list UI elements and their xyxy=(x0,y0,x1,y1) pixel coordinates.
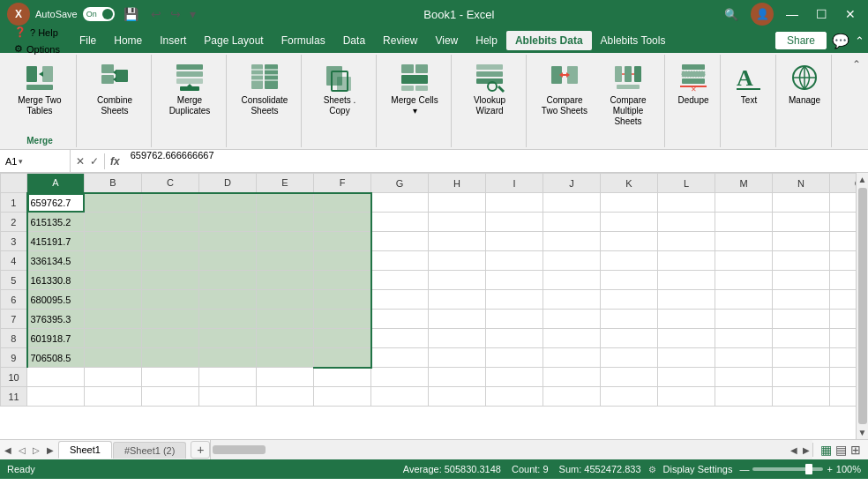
cell-1-14[interactable] xyxy=(830,193,857,213)
menu-item-review[interactable]: Review xyxy=(374,31,426,50)
cell-3-3[interactable] xyxy=(199,232,257,251)
help-button[interactable]: ❓ ? Help xyxy=(11,25,64,40)
cell-4-1[interactable] xyxy=(85,251,142,271)
cell-11-7[interactable] xyxy=(429,387,486,407)
cell-8-4[interactable] xyxy=(257,329,314,348)
cell-7-9[interactable] xyxy=(543,310,601,329)
cell-2-3[interactable] xyxy=(199,213,257,232)
comment-icon[interactable]: 💬 xyxy=(832,33,849,49)
cell-11-14[interactable] xyxy=(830,387,857,407)
row-header-1[interactable]: 1 xyxy=(1,193,27,213)
cell-2-10[interactable] xyxy=(601,213,658,232)
search-button[interactable]: 🔍 xyxy=(719,6,744,23)
tab-first-button[interactable]: ◁ xyxy=(16,444,28,456)
cell-10-10[interactable] xyxy=(601,368,658,387)
col-header-m[interactable]: M xyxy=(715,174,773,193)
cell-7-4[interactable] xyxy=(257,310,314,329)
add-sheet-button[interactable]: + xyxy=(191,441,210,459)
cell-3-12[interactable] xyxy=(715,232,773,251)
cell-1-2[interactable] xyxy=(142,193,199,213)
cell-9-7[interactable] xyxy=(429,348,486,368)
cell-9-3[interactable] xyxy=(199,348,257,368)
cell-1-7[interactable] xyxy=(429,193,486,213)
combine-sheets-button[interactable]: Combine Sheets xyxy=(84,58,146,120)
compare-multiple-sheets-button[interactable]: Compare Multiple Sheets xyxy=(597,58,659,131)
menu-item-ablebits-tools[interactable]: Ablebits Tools xyxy=(592,31,675,50)
menu-item-data[interactable]: Data xyxy=(334,31,374,50)
cell-2-11[interactable] xyxy=(658,213,715,232)
cell-8-8[interactable] xyxy=(486,329,543,348)
cell-7-6[interactable] xyxy=(371,310,429,329)
sheet-tab-sheet1[interactable]: Sheet1 xyxy=(58,441,112,459)
cell-3-6[interactable] xyxy=(371,232,429,251)
cell-2-4[interactable] xyxy=(257,213,314,232)
row-header-11[interactable]: 11 xyxy=(1,387,27,407)
cell-11-1[interactable] xyxy=(85,387,142,407)
cell-9-11[interactable] xyxy=(658,348,715,368)
cell-1-8[interactable] xyxy=(486,193,543,213)
cell-9-4[interactable] xyxy=(257,348,314,368)
cell-4-8[interactable] xyxy=(486,251,543,271)
cell-11-4[interactable] xyxy=(257,387,314,407)
scroll-down-button[interactable]: ▼ xyxy=(857,426,868,439)
cell-7-12[interactable] xyxy=(715,310,773,329)
menu-item-insert[interactable]: Insert xyxy=(151,31,195,50)
vlookup-wizard-button[interactable]: Vlookup Wizard xyxy=(459,58,520,120)
cell-6-13[interactable] xyxy=(773,290,830,310)
cell-6-12[interactable] xyxy=(715,290,773,310)
ribbon-collapse-button[interactable]: ⌃ xyxy=(855,34,864,48)
cell-7-7[interactable] xyxy=(429,310,486,329)
cell-4-14[interactable] xyxy=(830,251,857,271)
cell-5-1[interactable] xyxy=(85,271,142,290)
cell-5-3[interactable] xyxy=(199,271,257,290)
user-avatar[interactable]: 👤 xyxy=(751,3,774,26)
sheets-copy-button[interactable]: Sheets . Copy xyxy=(309,58,370,120)
cell-10-5[interactable] xyxy=(314,368,371,387)
cancel-formula-button[interactable]: ✕ xyxy=(76,155,85,168)
cell-8-9[interactable] xyxy=(543,329,601,348)
save-button[interactable]: 💾 xyxy=(120,5,142,23)
cell-10-9[interactable] xyxy=(543,368,601,387)
cell-5-4[interactable] xyxy=(257,271,314,290)
row-header-7[interactable]: 7 xyxy=(1,310,27,329)
cell-10-13[interactable] xyxy=(773,368,830,387)
cell-8-0[interactable]: 601918.7 xyxy=(27,329,85,348)
scroll-left-button[interactable]: ◀ xyxy=(788,445,800,455)
cell-10-11[interactable] xyxy=(658,368,715,387)
cell-11-9[interactable] xyxy=(543,387,601,407)
tab-next-button[interactable]: ▷ xyxy=(30,444,42,456)
col-header-j[interactable]: J xyxy=(543,174,601,193)
cell-1-1[interactable] xyxy=(85,193,142,213)
cell-2-14[interactable] xyxy=(830,213,857,232)
cell-11-6[interactable] xyxy=(371,387,429,407)
confirm-formula-button[interactable]: ✓ xyxy=(90,155,99,168)
menu-item-page-layout[interactable]: Page Layout xyxy=(195,31,272,50)
cell-5-12[interactable] xyxy=(715,271,773,290)
consolidate-sheets-button[interactable]: Consolidate Sheets xyxy=(234,58,296,120)
col-header-a[interactable]: A xyxy=(27,174,85,193)
cell-4-3[interactable] xyxy=(199,251,257,271)
tab-last-button[interactable]: ▶ xyxy=(44,444,56,456)
cell-4-12[interactable] xyxy=(715,251,773,271)
cell-6-7[interactable] xyxy=(429,290,486,310)
normal-view-button[interactable]: ▦ xyxy=(820,443,832,457)
col-header-h[interactable]: H xyxy=(429,174,486,193)
cell-3-4[interactable] xyxy=(257,232,314,251)
merge-cells-button[interactable]: Merge Cells ▾ xyxy=(384,58,445,120)
text-button[interactable]: A Text xyxy=(728,58,770,109)
col-header-c[interactable]: C xyxy=(142,174,199,193)
cell-6-6[interactable] xyxy=(371,290,429,310)
cell-4-11[interactable] xyxy=(658,251,715,271)
cell-9-9[interactable] xyxy=(543,348,601,368)
cell-7-1[interactable] xyxy=(85,310,142,329)
cell-10-1[interactable] xyxy=(85,368,142,387)
manage-button[interactable]: Manage xyxy=(783,58,826,109)
tab-prev-button[interactable]: ◀ xyxy=(2,444,14,456)
cell-10-12[interactable] xyxy=(715,368,773,387)
scroll-up-button[interactable]: ▲ xyxy=(857,173,868,186)
cell-8-10[interactable] xyxy=(601,329,658,348)
menu-item-help[interactable]: Help xyxy=(467,31,506,50)
cell-5-14[interactable] xyxy=(830,271,857,290)
cell-11-8[interactable] xyxy=(486,387,543,407)
zoom-slider[interactable] xyxy=(752,467,823,471)
